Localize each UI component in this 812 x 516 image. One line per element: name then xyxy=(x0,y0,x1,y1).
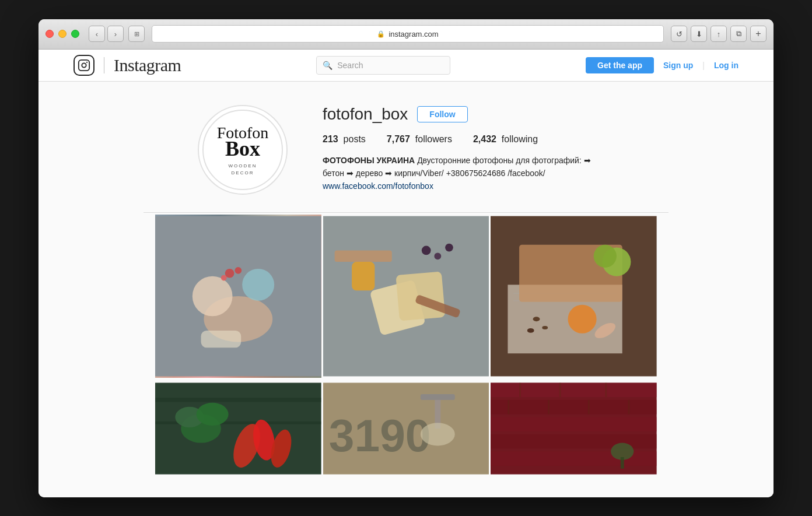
posts-grid: 3190 xyxy=(144,213,668,497)
instagram-nav: Instagram 🔍 Search Get the app Sign up |… xyxy=(38,50,774,82)
profile-section: Fotofon Box WOODEN DECOR fotofon_box Fol… xyxy=(186,82,626,212)
svg-point-2 xyxy=(86,61,88,62)
post-overlay xyxy=(323,215,489,381)
svg-rect-0 xyxy=(79,59,89,70)
sidebar-icon: ⊞ xyxy=(134,30,139,38)
refresh-icon: ↺ xyxy=(676,30,682,38)
post-overlay xyxy=(155,382,321,497)
following-label: following xyxy=(502,134,538,144)
following-stat: 2,432 following xyxy=(473,134,538,145)
nav-buttons: ‹ › xyxy=(89,26,124,42)
followers-label: followers xyxy=(415,134,452,144)
posts-stat: 213 posts xyxy=(323,134,366,145)
maximize-button[interactable] xyxy=(71,30,79,38)
post-item[interactable] xyxy=(491,382,657,497)
post-item[interactable]: 3190 xyxy=(323,382,489,497)
nav-right: Get the app Sign up | Log in xyxy=(586,57,738,73)
refresh-button[interactable]: ↺ xyxy=(671,26,687,42)
profile-avatar-wrap: Fotofon Box WOODEN DECOR xyxy=(198,105,288,195)
minimize-button[interactable] xyxy=(58,30,66,38)
window-controls xyxy=(46,30,79,38)
download-button[interactable]: ⬇ xyxy=(691,26,707,42)
svg-point-1 xyxy=(82,63,86,67)
new-tab-button[interactable]: + xyxy=(750,26,766,42)
back-button[interactable]: ‹ xyxy=(89,26,105,42)
download-icon: ⬇ xyxy=(696,30,702,38)
bio-link[interactable]: www.facebook.com/fotofonbox xyxy=(323,181,433,191)
close-button[interactable] xyxy=(46,30,54,38)
plus-icon: + xyxy=(755,29,761,39)
post-item[interactable] xyxy=(323,215,489,381)
back-icon: ‹ xyxy=(96,30,98,38)
forward-button[interactable]: › xyxy=(107,26,124,42)
url-text: instagram.com xyxy=(388,30,438,38)
post-item[interactable] xyxy=(155,382,321,497)
bio-name: ФОТОФОНЫ УКРАИНА xyxy=(323,156,415,165)
sidebar-button[interactable]: ⊞ xyxy=(128,26,145,42)
svg-text:WOODEN: WOODEN xyxy=(229,163,257,169)
tabs-button[interactable]: ⧉ xyxy=(730,26,747,42)
title-bar: ‹ › ⊞ 🔒 instagram.com ↺ ⬇ ↑ ⧉ xyxy=(38,19,774,50)
profile-info: fotofon_box Follow 213 posts 7,767 follo… xyxy=(323,105,614,193)
login-link[interactable]: Log in xyxy=(714,61,738,70)
share-button[interactable]: ↑ xyxy=(710,26,727,42)
nav-separator: | xyxy=(702,61,705,70)
posts-label: posts xyxy=(344,134,366,144)
lock-icon: 🔒 xyxy=(377,30,385,38)
ig-logo-area: Instagram xyxy=(74,55,181,76)
profile-header: fotofon_box Follow xyxy=(323,105,614,124)
address-bar[interactable]: 🔒 instagram.com xyxy=(152,25,664,43)
search-placeholder: Search xyxy=(337,61,363,70)
post-overlay xyxy=(491,382,657,497)
posts-count: 213 xyxy=(323,134,338,144)
post-overlay xyxy=(323,382,489,497)
post-item[interactable] xyxy=(491,215,657,381)
mac-window: ‹ › ⊞ 🔒 instagram.com ↺ ⬇ ↑ ⧉ xyxy=(38,19,774,497)
profile-username: fotofon_box xyxy=(323,105,408,124)
post-overlay xyxy=(155,215,321,381)
followers-count: 7,767 xyxy=(387,134,410,144)
svg-text:DECOR: DECOR xyxy=(232,170,254,175)
search-icon: 🔍 xyxy=(323,61,332,70)
followers-stat: 7,767 followers xyxy=(387,134,452,145)
instagram-wordmark: Instagram xyxy=(114,55,181,75)
follow-button[interactable]: Follow xyxy=(417,106,467,122)
browser-content: Instagram 🔍 Search Get the app Sign up |… xyxy=(38,50,774,497)
post-overlay xyxy=(491,215,657,381)
toolbar-right: ↺ ⬇ ↑ ⧉ + xyxy=(671,26,766,42)
get-app-button[interactable]: Get the app xyxy=(586,57,654,73)
tabs-icon: ⧉ xyxy=(736,29,741,38)
signup-link[interactable]: Sign up xyxy=(663,61,693,70)
instagram-camera-icon xyxy=(74,55,94,76)
search-bar[interactable]: 🔍 Search xyxy=(316,56,450,75)
post-item[interactable] xyxy=(155,215,321,381)
svg-text:Box: Box xyxy=(225,137,260,160)
avatar: Fotofon Box WOODEN DECOR xyxy=(198,105,288,195)
logo-divider xyxy=(104,57,104,73)
following-count: 2,432 xyxy=(473,134,496,144)
profile-stats: 213 posts 7,767 followers 2,432 followin… xyxy=(323,134,614,145)
profile-bio: ФОТОФОНЫ УКРАИНА Двусторонние фотофоны д… xyxy=(323,154,614,193)
share-icon: ↑ xyxy=(717,30,721,38)
forward-icon: › xyxy=(114,30,117,38)
